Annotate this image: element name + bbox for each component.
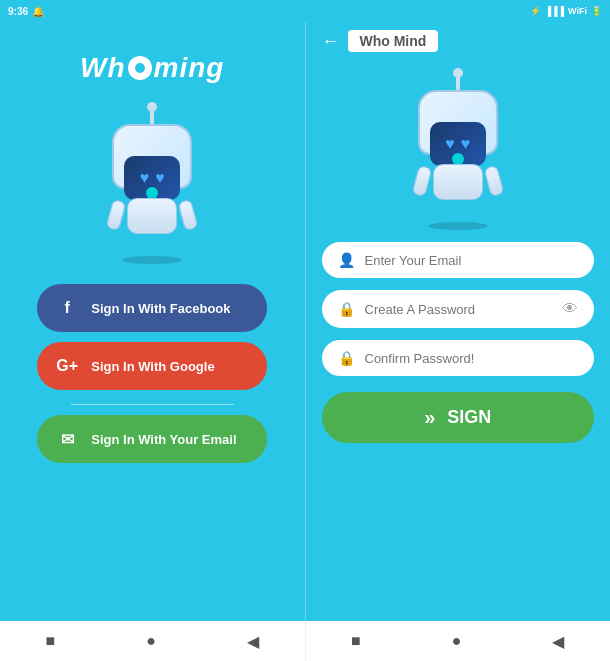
bottom-navigation: ■ ● ◀ ■ ● ◀ — [0, 621, 610, 661]
email-icon: ✉ — [53, 425, 81, 453]
right-header: ← Who Mind — [322, 22, 595, 60]
sign-label: SIGN — [447, 407, 491, 428]
confirm-password-input-container: 🔒 — [322, 340, 595, 376]
person-icon: 👤 — [338, 252, 355, 268]
arrows-icon: » — [424, 406, 435, 429]
robot-eye-left: ♥ — [140, 170, 150, 186]
email-input[interactable] — [365, 253, 579, 268]
app-logo: Wh ming — [80, 52, 224, 84]
facebook-label: Sign In With Facebook — [91, 301, 230, 316]
robot-mascot: ♥ ♥ — [87, 104, 217, 264]
robot-eye-right-r: ♥ — [461, 136, 471, 152]
logo-o-icon — [128, 56, 152, 80]
left-alarm-icon: 🔔 — [32, 6, 44, 17]
lock-icon-2: 🔒 — [338, 350, 355, 366]
email-signin-button[interactable]: ✉ Sign In With Your Email — [37, 415, 267, 463]
email-input-container: 👤 — [322, 242, 595, 278]
app-title-badge: Who Mind — [348, 30, 439, 52]
email-label: Sign In With Your Email — [91, 432, 236, 447]
divider — [71, 404, 235, 405]
facebook-signin-button[interactable]: f Sign In With Facebook — [37, 284, 267, 332]
left-wifi-icon: WiFi — [568, 6, 587, 16]
robot-eye-right: ♥ — [155, 170, 165, 186]
google-signin-button[interactable]: G+ Sign In With Google — [37, 342, 267, 390]
eye-icon[interactable]: 👁 — [562, 300, 578, 318]
left-signal-icon: ▐▐▐ — [545, 6, 564, 16]
nav-circle-left[interactable]: ● — [146, 632, 156, 650]
facebook-icon: f — [53, 294, 81, 322]
confirm-password-input[interactable] — [365, 351, 579, 366]
left-panel: Wh ming ♥ ♥ f Sign In With — [0, 22, 305, 621]
left-status-bar: 9:36 🔔 ⚡ ▐▐▐ WiFi 🔋 — [0, 0, 610, 22]
password-input[interactable] — [365, 302, 553, 317]
logo-text-after: ming — [154, 52, 225, 84]
right-panel: ← Who Mind ♥ ♥ 👤 🔒 — [305, 22, 611, 621]
nav-square-right[interactable]: ■ — [351, 632, 361, 650]
left-battery-icon: 🔋 — [591, 6, 602, 16]
nav-back-right[interactable]: ◀ — [552, 632, 564, 651]
google-icon: G+ — [53, 352, 81, 380]
robot-mascot-right: ♥ ♥ — [393, 70, 523, 230]
left-time: 9:36 — [8, 6, 28, 17]
nav-circle-right[interactable]: ● — [452, 632, 462, 650]
lock-icon: 🔒 — [338, 301, 355, 317]
nav-back-left[interactable]: ◀ — [247, 632, 259, 651]
right-nav-half: ■ ● ◀ — [306, 621, 611, 661]
nav-square-left[interactable]: ■ — [46, 632, 56, 650]
password-input-container: 🔒 👁 — [322, 290, 595, 328]
sign-button[interactable]: » SIGN — [322, 392, 595, 443]
google-label: Sign In With Google — [91, 359, 214, 374]
left-bt-icon: ⚡ — [530, 6, 541, 16]
logo-text-before: Wh — [80, 52, 126, 84]
back-button[interactable]: ← — [322, 31, 340, 52]
left-nav-half: ■ ● ◀ — [0, 621, 306, 661]
robot-eye-left-r: ♥ — [445, 136, 455, 152]
